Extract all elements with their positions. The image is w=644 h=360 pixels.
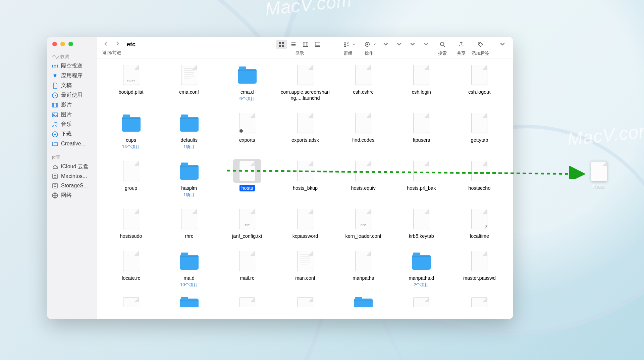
- toolbar-dropdown-4[interactable]: [421, 40, 432, 49]
- file-item[interactable]: [334, 297, 392, 307]
- group-button[interactable]: [341, 40, 352, 49]
- file-thumb: [291, 159, 319, 183]
- file-icon: [181, 209, 197, 229]
- file-thumb: [117, 207, 145, 231]
- file-item[interactable]: mail.rc: [218, 249, 276, 288]
- file-item[interactable]: hosts: [218, 159, 276, 198]
- file-item[interactable]: hostssudo: [102, 207, 160, 239]
- file-item[interactable]: group: [102, 159, 160, 198]
- sidebar-item-clock[interactable]: 最近使用: [47, 90, 97, 100]
- file-item[interactable]: ↗localtime: [450, 207, 508, 239]
- sidebar-item-label: iCloud 云盘: [61, 163, 89, 170]
- sidebar-item-disk[interactable]: Macintos...: [47, 172, 97, 181]
- file-label: gettytab: [469, 137, 490, 143]
- view-columns-button[interactable]: [300, 40, 311, 49]
- close-button[interactable]: [52, 42, 57, 46]
- file-item[interactable]: hasplm1项目: [160, 159, 218, 198]
- file-item[interactable]: csh.cshrc: [334, 63, 392, 102]
- file-item[interactable]: [276, 297, 334, 307]
- toolbar-dropdown-3[interactable]: [407, 40, 419, 49]
- toolbar-dropdown-1[interactable]: [380, 40, 392, 49]
- file-label: ftpusers: [411, 137, 432, 143]
- file-icon: [413, 113, 429, 133]
- file-item[interactable]: find.codes: [334, 111, 392, 150]
- file-item[interactable]: manpaths: [334, 249, 392, 288]
- sidebar-item-label: StorageS...: [61, 183, 88, 189]
- view-list-button[interactable]: [288, 40, 299, 49]
- file-item[interactable]: cups14个项目: [102, 111, 160, 150]
- file-thumb: [291, 297, 319, 307]
- file-thumb: [233, 207, 261, 231]
- file-grid-area[interactable]: bootpd.plistcma.confcma.d6个项目com.apple.s…: [97, 58, 513, 319]
- file-item[interactable]: man.conf: [276, 249, 334, 288]
- file-item[interactable]: com.apple.screensharing.....launchd: [276, 63, 334, 102]
- file-item[interactable]: exports: [218, 111, 276, 150]
- file-item[interactable]: ma.d10个项目: [160, 249, 218, 288]
- sidebar-item-movie[interactable]: 影片: [47, 100, 97, 110]
- file-item[interactable]: exports.adsk: [276, 111, 334, 150]
- sidebar-item-doc[interactable]: 文稿: [47, 81, 97, 90]
- forward-button[interactable]: [115, 41, 120, 48]
- file-icon: [297, 161, 313, 181]
- finder-window: 个人收藏 隔空投送应用程序文稿最近使用影片图片音乐下载Creative... 位…: [47, 37, 513, 319]
- sidebar-item-folder[interactable]: Creative...: [47, 139, 97, 148]
- file-icon: [413, 161, 429, 181]
- desktop-file-hosts[interactable]: hosts: [591, 161, 607, 189]
- file-item[interactable]: kern_loader.conf: [334, 207, 392, 239]
- sidebar-item-airdrop[interactable]: 隔空投送: [47, 61, 97, 71]
- file-item[interactable]: hosts_bkup: [276, 159, 334, 198]
- toolbar-overflow[interactable]: [497, 40, 508, 49]
- file-item[interactable]: hostsecho: [450, 159, 508, 198]
- sidebar-item-globe[interactable]: 网络: [47, 190, 97, 200]
- view-icons-button[interactable]: [276, 40, 287, 49]
- sidebar-item-apps[interactable]: 应用程序: [47, 71, 97, 81]
- sidebar-item-download[interactable]: 下载: [47, 129, 97, 139]
- file-item[interactable]: [450, 297, 508, 307]
- file-item[interactable]: bootpd.plist: [102, 63, 160, 102]
- file-thumb: [291, 111, 319, 135]
- sidebar-item-disk[interactable]: StorageS...: [47, 181, 97, 190]
- file-item[interactable]: rhrc: [160, 207, 218, 239]
- zoom-button[interactable]: [68, 42, 73, 46]
- file-item[interactable]: cma.d6个项目: [218, 63, 276, 102]
- minimize-button[interactable]: [60, 42, 65, 46]
- toolbar-dropdown-2[interactable]: [394, 40, 405, 49]
- file-label: group: [123, 185, 139, 191]
- file-item[interactable]: cma.conf: [160, 63, 218, 102]
- disk-icon: [52, 173, 58, 180]
- file-item[interactable]: janf_config.txt: [218, 207, 276, 239]
- file-sublabel: 10个项目: [180, 282, 198, 288]
- file-thumb: [117, 297, 145, 307]
- sidebar-item-photo[interactable]: 图片: [47, 110, 97, 120]
- file-icon: [239, 251, 255, 271]
- file-item[interactable]: [392, 297, 450, 307]
- file-item[interactable]: [102, 297, 160, 307]
- file-item[interactable]: gettytab: [450, 111, 508, 150]
- file-item[interactable]: locate.rc: [102, 249, 160, 288]
- file-item[interactable]: csh.logout: [450, 63, 508, 102]
- file-item[interactable]: krb5.keytab: [392, 207, 450, 239]
- file-icon: [123, 297, 139, 307]
- back-button[interactable]: [103, 41, 109, 48]
- file-item[interactable]: [218, 297, 276, 307]
- file-thumb: [349, 249, 377, 273]
- file-item[interactable]: ftpusers: [392, 111, 450, 150]
- action-button[interactable]: [362, 40, 373, 49]
- sidebar-item-cloud[interactable]: iCloud 云盘: [47, 162, 97, 172]
- view-gallery-button[interactable]: [312, 40, 323, 49]
- sidebar-item-music[interactable]: 音乐: [47, 120, 97, 129]
- svg-rect-13: [279, 42, 281, 44]
- file-item[interactable]: [160, 297, 218, 307]
- file-item[interactable]: manpaths.d2个项目: [392, 249, 450, 288]
- file-item[interactable]: csh.login: [392, 63, 450, 102]
- share-button[interactable]: [455, 40, 467, 49]
- file-item[interactable]: defaults1项目: [160, 111, 218, 150]
- tags-button[interactable]: [475, 40, 486, 49]
- search-button[interactable]: [437, 40, 448, 49]
- file-thumb: [465, 111, 493, 135]
- file-item[interactable]: hosts.prl_bak: [392, 159, 450, 198]
- file-item[interactable]: kcpassword: [276, 207, 334, 239]
- photo-icon: [52, 111, 58, 118]
- file-item[interactable]: master.passwd: [450, 249, 508, 288]
- file-item[interactable]: hosts.equiv: [334, 159, 392, 198]
